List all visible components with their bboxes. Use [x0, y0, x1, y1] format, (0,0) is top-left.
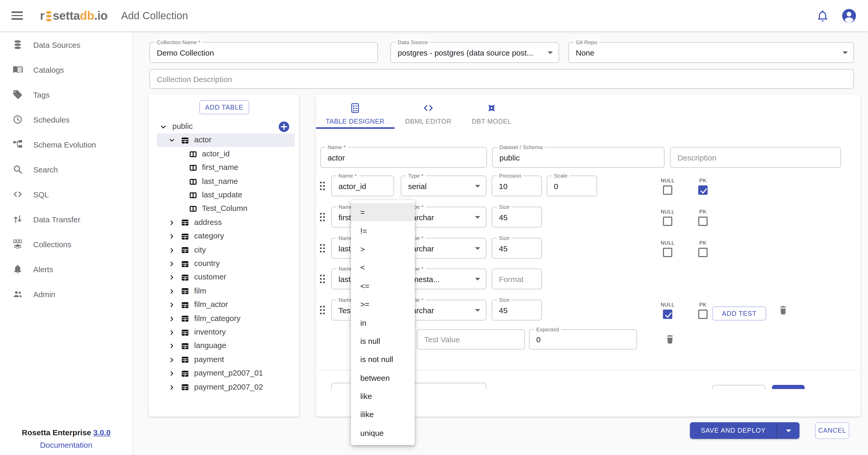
cancel-button[interactable]: CANCEL	[815, 422, 849, 439]
delete-test-icon[interactable]	[664, 333, 675, 345]
sidebar-item-schedules[interactable]: Schedules	[0, 107, 132, 132]
sidebar-item-admin[interactable]: Admin	[0, 281, 132, 306]
new-column-action-button[interactable]	[772, 385, 805, 389]
tree-table-payment-p2007-01[interactable]: payment_p2007_01	[149, 367, 299, 380]
tree-table-film[interactable]: film	[149, 285, 299, 298]
operator-option--[interactable]: <=	[351, 277, 415, 295]
column-size-field[interactable]: Size45	[492, 207, 542, 228]
delete-column-icon[interactable]	[778, 305, 788, 316]
table-description-field[interactable]: Description	[670, 147, 841, 168]
version-link[interactable]: 3.0.0	[93, 428, 111, 437]
collection-name-field[interactable]: Collection Name * Demo Collection	[150, 42, 378, 63]
sidebar-item-search[interactable]: Search	[0, 157, 132, 182]
tree-column-last-update[interactable]: last_update	[149, 188, 299, 202]
tree-table-customer[interactable]: customer	[149, 271, 299, 284]
data-source-select[interactable]: Data Source postgres - postgres (data so…	[391, 42, 559, 63]
user-avatar[interactable]	[841, 8, 857, 23]
sidebar-item-sql[interactable]: SQL	[0, 182, 132, 207]
chevron-right-icon[interactable]	[168, 370, 176, 377]
sidebar-item-data-transfer[interactable]: Data Transfer	[0, 207, 132, 232]
tree-column-last-name[interactable]: last_name	[149, 175, 299, 188]
test-value-field[interactable]: Test Value	[417, 329, 525, 350]
chevron-down-icon[interactable]	[159, 123, 167, 131]
pk-checkbox[interactable]	[698, 217, 708, 226]
operator-option--[interactable]: !=	[351, 221, 415, 240]
tree-table-city[interactable]: city	[149, 243, 299, 257]
operator-option-unique[interactable]: unique	[351, 424, 415, 442]
sidebar-item-data-sources[interactable]: Data Sources	[0, 32, 132, 57]
null-checkbox[interactable]	[663, 248, 672, 257]
operator-option-is-not-null[interactable]: is not null	[351, 350, 415, 368]
tree-column-actor-id[interactable]: actor_id	[149, 148, 299, 161]
git-repo-select[interactable]: Git Repo None	[568, 42, 854, 63]
drag-handle-icon[interactable]	[319, 305, 326, 315]
chevron-right-icon[interactable]	[168, 233, 176, 240]
save-and-deploy-button[interactable]: SAVE AND DEPLOY	[690, 422, 800, 439]
chevron-right-icon[interactable]	[168, 301, 176, 308]
column-scale-field[interactable]: Scale0	[547, 176, 597, 196]
chevron-right-icon[interactable]	[168, 288, 176, 295]
pk-checkbox[interactable]	[698, 248, 708, 257]
add-schema-table-button[interactable]	[278, 121, 290, 132]
add-table-button[interactable]: ADD TABLE	[199, 100, 249, 114]
sidebar-item-catalogs[interactable]: Catalogs	[0, 57, 132, 82]
notifications-icon[interactable]	[816, 9, 829, 22]
drag-handle-icon[interactable]	[319, 181, 326, 191]
tree-table-actor[interactable]: actor	[149, 134, 299, 147]
tree-table-inventory[interactable]: inventory	[149, 326, 299, 339]
chevron-right-icon[interactable]	[168, 342, 176, 350]
tree-column-first-name[interactable]: first_name	[149, 161, 299, 175]
operator-option-in[interactable]: in	[351, 313, 415, 332]
documentation-link[interactable]: Documentation	[40, 441, 92, 449]
drag-handle-icon[interactable]	[319, 212, 326, 222]
operator-option-is-null[interactable]: is null	[351, 332, 415, 350]
operator-option-between[interactable]: between	[351, 368, 415, 387]
operator-option--[interactable]: >=	[351, 295, 415, 313]
chevron-down-icon[interactable]	[168, 137, 176, 144]
column-precision-field[interactable]: Precision10	[492, 176, 542, 196]
operator-option-ilike[interactable]: ilike	[351, 405, 415, 424]
column-type-select[interactable]: Type *serial	[401, 176, 487, 196]
chevron-right-icon[interactable]	[168, 219, 176, 226]
hamburger-menu-icon[interactable]	[11, 11, 23, 20]
operator-option--[interactable]: <	[351, 258, 415, 277]
app-logo[interactable]: rsettadb.io	[40, 8, 108, 23]
tab-dbt-model[interactable]: DBT MODEL	[461, 99, 522, 125]
chevron-right-icon[interactable]	[168, 246, 176, 254]
sidebar-item-alerts[interactable]: Alerts	[0, 256, 132, 281]
table-name-field[interactable]: Name * actor	[320, 147, 487, 168]
collection-description-field[interactable]: Collection Description	[150, 69, 854, 89]
expected-field[interactable]: Expected 0	[529, 329, 637, 350]
tree-table-payment[interactable]: payment	[149, 353, 299, 367]
operator-option--[interactable]: >	[351, 240, 415, 259]
column-name-field[interactable]: Name *actor_id	[331, 176, 394, 196]
tree-table-address[interactable]: address	[149, 216, 299, 230]
add-test-button[interactable]: ADD TEST	[712, 306, 766, 321]
save-options-dropdown[interactable]	[777, 422, 800, 439]
chevron-right-icon[interactable]	[168, 384, 176, 391]
null-checkbox[interactable]	[663, 185, 672, 195]
tab-dbml-editor[interactable]: DBML EDITOR	[396, 99, 461, 125]
operator-option-like[interactable]: like	[351, 387, 415, 405]
pk-checkbox[interactable]	[698, 185, 708, 195]
null-checkbox[interactable]	[663, 217, 672, 226]
tree-column-test-column[interactable]: Test_Column	[149, 202, 299, 216]
chevron-right-icon[interactable]	[168, 356, 176, 364]
sidebar-item-collections[interactable]: Collections	[0, 232, 132, 256]
tree-table-payment-p2007-02[interactable]: payment_p2007_02	[149, 381, 299, 394]
null-checkbox[interactable]	[663, 309, 672, 319]
column-format-field[interactable]: Format	[492, 269, 542, 289]
tree-table-film-actor[interactable]: film_actor	[149, 298, 299, 312]
column-size-field[interactable]: Size45	[492, 300, 542, 321]
chevron-right-icon[interactable]	[168, 260, 176, 268]
column-size-field[interactable]: Size45	[492, 238, 542, 259]
dataset-schema-field[interactable]: Dataset / Schema public	[492, 147, 664, 168]
pk-checkbox[interactable]	[698, 309, 708, 319]
tree-table-category[interactable]: category	[149, 230, 299, 243]
operator-option--[interactable]: =	[351, 203, 415, 221]
drag-handle-icon[interactable]	[319, 243, 326, 253]
tree-schema-public[interactable]: public	[149, 120, 299, 133]
sidebar-item-schema-evolution[interactable]: Schema Evolution	[0, 132, 132, 157]
chevron-right-icon[interactable]	[168, 329, 176, 336]
tree-table-language[interactable]: language	[149, 339, 299, 353]
